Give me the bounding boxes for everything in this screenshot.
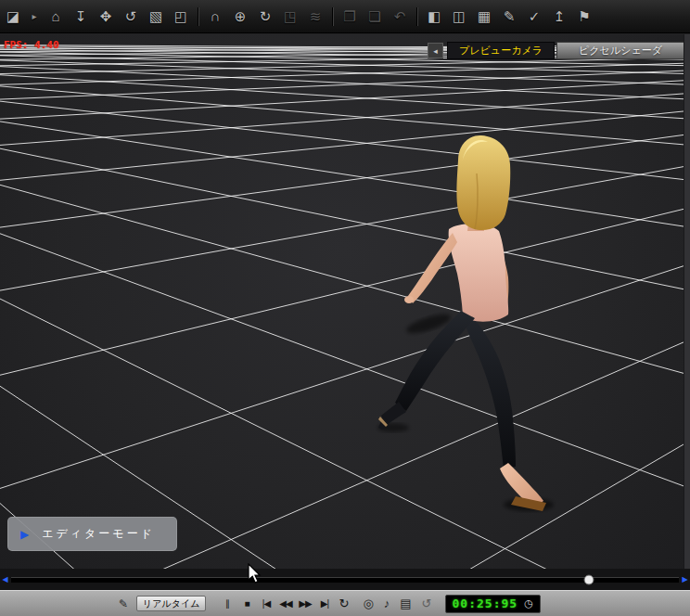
transport-tools: ◎ ♪ ▤ ↺ — [363, 597, 431, 610]
magnet-icon[interactable]: ∩ — [207, 9, 224, 23]
zoom-tool-button[interactable]: ◎ — [363, 597, 373, 610]
stop-button[interactable]: ■ — [236, 598, 256, 609]
fast-forward-button[interactable]: ▶▶ — [295, 598, 314, 609]
timeline-track[interactable] — [11, 577, 679, 583]
timeline-left-arrow-icon[interactable]: ◀ — [1, 575, 9, 584]
rotate-tool-icon[interactable]: ↻ — [257, 9, 274, 23]
history-icon[interactable]: ↶ — [391, 9, 408, 23]
flag-icon[interactable]: ⚑ — [576, 9, 593, 23]
pen-icon[interactable]: ✎ — [119, 597, 128, 610]
check-icon[interactable]: ✓ — [526, 9, 543, 23]
editor-mode-label: エディターモード — [42, 526, 155, 542]
viewport-3d[interactable]: FPS: 4.40 ◂ プレビューカメラ ピクセルシェーダ ▶ エディターモード — [0, 34, 690, 569]
export-icon[interactable]: ↥ — [551, 9, 568, 23]
time-display: 00:25:95 ◷ — [445, 595, 541, 613]
rotate-icon[interactable]: ↺ — [122, 9, 139, 23]
translate-tool-icon[interactable]: ⊕ — [232, 9, 249, 23]
camera-view-icon[interactable]: ◫ — [451, 9, 467, 23]
time-digits: 00:25:95 — [453, 597, 518, 610]
menu-caret-icon[interactable]: ▸ — [30, 12, 39, 21]
scale-tool-icon[interactable]: ◳ — [282, 9, 299, 23]
pause-button[interactable]: ∥ — [217, 598, 236, 609]
ground-grid — [0, 34, 690, 569]
home-icon[interactable]: ⌂ — [47, 9, 64, 23]
snapshot-icon[interactable]: ◪ — [5, 9, 21, 23]
texture-view-icon[interactable]: ▦ — [476, 9, 492, 23]
timeline: ◀ ▶ — [0, 569, 690, 590]
note-tool-button[interactable]: ♪ — [384, 597, 390, 610]
rewind-button[interactable]: ◀◀ — [275, 598, 295, 609]
timeline-right-arrow-icon[interactable]: ▶ — [681, 575, 689, 584]
timeline-handle[interactable] — [583, 575, 594, 585]
cube-icon[interactable]: ▧ — [147, 9, 164, 23]
play-triangle-icon: ▶ — [20, 528, 29, 541]
viewport-scrollbar[interactable] — [684, 34, 690, 569]
camera-tab[interactable]: プレビューカメラ — [447, 42, 555, 59]
toolbar-separator — [416, 7, 417, 26]
toolbar-separator — [198, 7, 198, 26]
mirror-tool-icon[interactable]: ≋ — [307, 9, 324, 23]
keyboard-tool-button[interactable]: ▤ — [400, 597, 411, 610]
scale-icon[interactable]: ◰ — [172, 9, 189, 23]
editor-mode-button[interactable]: ▶ エディターモード — [7, 517, 177, 551]
copy-icon[interactable]: ❐ — [341, 9, 358, 23]
app-window: ◪ ▸ ⌂ ↧ ✥ ↺ ▧ ◰ ∩ ⊕ ↻ ◳ ≋ ❐ ❏ ↶ ◧ ◫ ▦ ✎ … — [0, 0, 690, 616]
realtime-button[interactable]: リアルタイム — [136, 596, 206, 611]
tab-collapse-button[interactable]: ◂ — [428, 43, 443, 58]
skip-start-button[interactable]: |◀ — [256, 598, 275, 609]
shader-tab[interactable]: ピクセルシェーダ — [556, 42, 684, 59]
toolbar-separator — [332, 7, 333, 26]
skip-end-button[interactable]: ▶| — [314, 598, 334, 609]
paint-icon[interactable]: ✎ — [501, 9, 518, 23]
clock-icon: ◷ — [524, 597, 533, 610]
paste-icon[interactable]: ❏ — [366, 9, 383, 23]
transport-bar: ✎ リアルタイム ∥ ■ |◀ ◀◀ ▶▶ ▶| ↻ ◎ ♪ ▤ ↺ 00:25… — [0, 590, 690, 616]
fps-counter: FPS: 4.40 — [4, 39, 59, 51]
viewport-layout-icon[interactable]: ◧ — [426, 9, 442, 23]
undo-button[interactable]: ↺ — [422, 597, 432, 610]
move-icon[interactable]: ✥ — [97, 9, 114, 23]
loop-button[interactable]: ↻ — [334, 597, 353, 610]
viewport-tabs: ◂ プレビューカメラ ピクセルシェーダ — [428, 42, 684, 59]
main-toolbar: ◪ ▸ ⌂ ↧ ✥ ↺ ▧ ◰ ∩ ⊕ ↻ ◳ ≋ ❐ ❏ ↶ ◧ ◫ ▦ ✎ … — [0, 0, 690, 33]
import-icon[interactable]: ↧ — [72, 9, 89, 23]
